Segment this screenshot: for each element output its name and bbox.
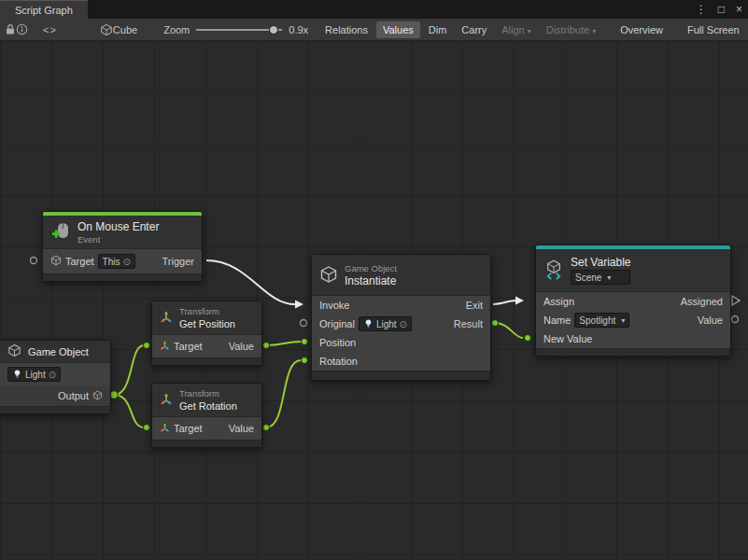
chevron-down-icon: ▾ bbox=[621, 316, 625, 325]
target-label: Target bbox=[65, 256, 94, 267]
variable-name-dropdown[interactable]: Spotlight ▾ bbox=[574, 313, 629, 328]
variable-name-value: Spotlight bbox=[579, 315, 615, 326]
node-get-rotation[interactable]: Transform Get Rotation Target Value bbox=[151, 383, 262, 448]
object-picker-icon[interactable]: ⊙ bbox=[122, 257, 130, 267]
name-label: Name bbox=[543, 315, 571, 326]
node-footer bbox=[152, 357, 261, 365]
dim-button[interactable]: Dim bbox=[422, 21, 454, 38]
scope-value: Scene bbox=[575, 273, 601, 283]
wire-exit-to-assign bbox=[493, 301, 515, 304]
wire-position-value bbox=[266, 342, 301, 345]
light-icon bbox=[12, 369, 22, 381]
result-label: Result bbox=[454, 318, 483, 329]
assign-label: Assign bbox=[543, 296, 574, 307]
get-position-value-port[interactable] bbox=[263, 343, 270, 349]
light-icon bbox=[363, 318, 374, 330]
transform-icon bbox=[160, 311, 173, 326]
mouse-event-icon bbox=[50, 221, 71, 244]
tab-title: Script Graph bbox=[15, 5, 73, 16]
gameobject-icon bbox=[7, 343, 21, 359]
chevron-down-icon: ▾ bbox=[528, 27, 531, 35]
gameobject-icon bbox=[319, 265, 338, 286]
get-position-target-port[interactable] bbox=[144, 343, 150, 349]
lock-icon[interactable] bbox=[5, 21, 16, 39]
instantiate-original-port[interactable] bbox=[301, 320, 307, 327]
tab-script-graph[interactable]: Script Graph bbox=[0, 0, 88, 19]
assigned-label: Assigned bbox=[681, 296, 723, 307]
fullscreen-button[interactable]: Full Screen bbox=[681, 21, 746, 38]
trigger-label: Trigger bbox=[162, 256, 194, 267]
distribute-label: Distribute bbox=[546, 24, 589, 35]
set-variable-newvalue-port[interactable] bbox=[525, 335, 531, 342]
values-button[interactable]: Values bbox=[376, 21, 420, 38]
value-label: Value bbox=[229, 423, 254, 434]
invoke-label: Invoke bbox=[319, 300, 349, 311]
tab-bar: Script Graph ⋮ □ × bbox=[0, 0, 748, 19]
light-object-field[interactable]: Light ⊙ bbox=[7, 367, 61, 382]
instantiate-position-port[interactable] bbox=[302, 339, 308, 345]
on-mouse-enter-target-port[interactable] bbox=[31, 258, 37, 264]
wire-output-to-getposition-target bbox=[114, 345, 144, 395]
zoom-value: 0.9x bbox=[289, 24, 308, 35]
set-variable-assigned-port[interactable] bbox=[732, 296, 740, 305]
node-on-mouse-enter[interactable]: On Mouse Enter Event Target This ⊙ Trigg… bbox=[42, 211, 203, 282]
script-graph-window: Script Graph ⋮ □ × <> Cube Zoom 0.9x Rel… bbox=[0, 0, 748, 560]
chevron-down-icon: ▾ bbox=[607, 273, 611, 282]
distribute-button[interactable]: Distribute▾ bbox=[540, 21, 602, 38]
node-game-object[interactable]: Game Object Light ⊙ Output bbox=[0, 340, 111, 414]
original-label: Original bbox=[319, 318, 355, 329]
code-view-icon[interactable]: <> bbox=[37, 24, 63, 35]
get-rotation-value-port[interactable] bbox=[263, 425, 270, 431]
gameobject-icon bbox=[92, 390, 103, 402]
node-title: Set Variable bbox=[571, 256, 630, 269]
maximize-icon[interactable]: □ bbox=[718, 0, 725, 19]
node-category: Game Object bbox=[345, 263, 397, 273]
node-footer bbox=[43, 273, 202, 281]
node-title: Game Object bbox=[28, 345, 89, 358]
node-subtitle: Event bbox=[78, 234, 159, 245]
assign-arrow-port[interactable] bbox=[515, 297, 524, 305]
original-object-field[interactable]: Light ⊙ bbox=[359, 316, 412, 331]
variable-icon bbox=[543, 259, 564, 282]
game-object-output-port[interactable] bbox=[110, 391, 118, 399]
object-picker-icon[interactable]: ⊙ bbox=[49, 370, 56, 380]
node-instantiate[interactable]: Game Object Instantiate Invoke Exit Orig… bbox=[311, 254, 491, 381]
relations-button[interactable]: Relations bbox=[318, 21, 374, 38]
window-menu-icon[interactable]: ⋮ bbox=[696, 0, 707, 19]
zoom-slider-handle[interactable] bbox=[269, 25, 278, 35]
invoke-arrow-port[interactable] bbox=[295, 301, 303, 309]
variable-scope-dropdown[interactable]: Scene ▾ bbox=[571, 270, 630, 285]
node-category: Transform bbox=[179, 388, 237, 399]
this-object-field[interactable]: This ⊙ bbox=[98, 254, 135, 269]
set-variable-value-port[interactable] bbox=[732, 316, 739, 323]
node-title: Instantiate bbox=[345, 274, 397, 287]
align-label: Align bbox=[501, 24, 524, 35]
zoom-slider[interactable] bbox=[196, 21, 282, 39]
carry-button[interactable]: Carry bbox=[455, 21, 493, 38]
output-label: Output bbox=[58, 390, 89, 401]
instantiate-result-port[interactable] bbox=[492, 320, 499, 327]
transform-icon bbox=[160, 341, 170, 353]
transform-icon bbox=[160, 423, 170, 435]
gameobject-icon bbox=[50, 255, 62, 268]
object-picker-icon[interactable]: ⊙ bbox=[400, 319, 407, 329]
get-rotation-target-port[interactable] bbox=[144, 425, 150, 431]
node-footer bbox=[536, 348, 730, 356]
node-get-position[interactable]: Transform Get Position Target Value bbox=[151, 301, 262, 366]
target-label: Target bbox=[174, 341, 203, 352]
value-label: Value bbox=[698, 315, 723, 326]
transform-icon bbox=[160, 393, 173, 408]
node-set-variable[interactable]: Set Variable Scene ▾ Assign Assigned Nam… bbox=[535, 245, 731, 357]
graph-object-name[interactable]: Cube bbox=[113, 24, 137, 35]
node-footer bbox=[152, 440, 261, 447]
chevron-down-icon: ▾ bbox=[592, 27, 596, 35]
instantiate-rotation-port[interactable] bbox=[302, 357, 308, 364]
close-icon[interactable]: × bbox=[736, 0, 742, 19]
graph-canvas[interactable]: On Mouse Enter Event Target This ⊙ Trigg… bbox=[0, 41, 748, 560]
wire-output-to-getrotation-target bbox=[114, 395, 144, 427]
this-value: This bbox=[103, 257, 120, 267]
node-category: Transform bbox=[179, 306, 235, 316]
overview-button[interactable]: Overview bbox=[614, 21, 670, 38]
info-icon[interactable] bbox=[16, 21, 28, 39]
align-button[interactable]: Align▾ bbox=[495, 21, 537, 38]
